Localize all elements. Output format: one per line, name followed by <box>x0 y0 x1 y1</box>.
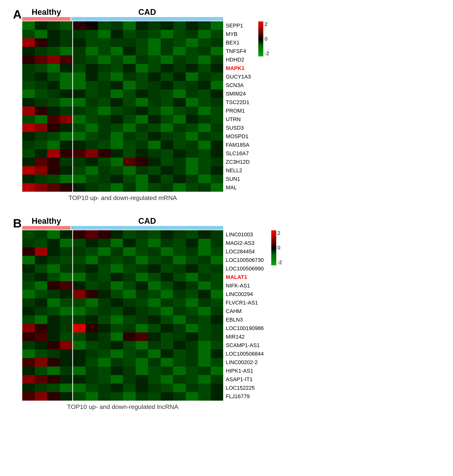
heatmap-cell <box>98 98 111 106</box>
gene-label: CAHM <box>226 307 264 315</box>
heatmap-cell <box>47 332 60 341</box>
heatmap-cell <box>22 315 35 324</box>
heatmap-cell <box>198 375 211 384</box>
heatmap-cell <box>60 106 72 115</box>
heatmap-cell <box>98 230 111 239</box>
panel-a-healthy-bar <box>22 17 71 21</box>
heatmap-cell <box>111 30 123 38</box>
heatmap-cell <box>198 21 211 30</box>
heatmap-cell <box>47 72 60 81</box>
heatmap-cell <box>123 230 136 239</box>
heatmap-cell <box>35 72 48 81</box>
heatmap-cell <box>148 358 161 366</box>
heatmap-cell <box>148 98 161 106</box>
heatmap-cell <box>73 98 86 106</box>
heatmap-cell <box>173 341 186 350</box>
gene-label: SCN3A <box>226 81 251 90</box>
heatmap-cell <box>186 384 198 392</box>
heatmap-cell <box>22 239 35 247</box>
heatmap-cell <box>173 72 186 81</box>
heatmap-cell <box>136 132 148 141</box>
heatmap-cell <box>35 149 48 158</box>
heatmap-cell <box>86 55 98 64</box>
heatmap-cell <box>123 350 136 358</box>
heatmap-cell <box>22 392 35 401</box>
heatmap-cell <box>60 392 72 401</box>
panel-a-cad-bar <box>71 17 223 21</box>
heatmap-cell <box>148 298 161 307</box>
heatmap-cell <box>22 166 35 175</box>
gene-label: FLJ16779 <box>226 392 264 401</box>
heatmap-cell <box>98 392 111 401</box>
heatmap-cell <box>123 64 136 72</box>
heatmap-cell <box>86 132 98 141</box>
heatmap-cell <box>73 366 86 375</box>
heatmap-cell <box>47 124 60 132</box>
heatmap-cell <box>35 324 48 332</box>
heatmap-cell <box>136 392 148 401</box>
heatmap-cell <box>198 239 211 247</box>
gene-label: UTRN <box>226 115 251 124</box>
heatmap-cell <box>161 281 173 290</box>
heatmap-cell <box>123 239 136 247</box>
gene-label: ASAP1-IT1 <box>226 375 264 384</box>
heatmap-cell <box>186 273 198 281</box>
heatmap-cell <box>111 90 123 98</box>
heatmap-cell <box>60 141 72 149</box>
heatmap-cell <box>98 341 111 350</box>
heatmap-cell <box>186 55 198 64</box>
heatmap-cell <box>211 350 223 358</box>
heatmap-cell <box>35 264 48 273</box>
heatmap-cell <box>211 141 223 149</box>
heatmap-cell <box>123 72 136 81</box>
heatmap-cell <box>198 350 211 358</box>
heatmap-cell <box>22 183 35 192</box>
heatmap-cell <box>47 47 60 55</box>
heatmap-cell <box>198 366 211 375</box>
heatmap-cell <box>73 264 86 273</box>
gene-label: FAM185A <box>226 141 251 149</box>
heatmap-cell <box>173 239 186 247</box>
heatmap-cell <box>111 273 123 281</box>
heatmap-cell <box>98 64 111 72</box>
heatmap-cell <box>186 341 198 350</box>
heatmap-cell <box>161 21 173 30</box>
heatmap-cell <box>148 332 161 341</box>
gene-label: EBLN3 <box>226 315 264 324</box>
heatmap-cell <box>186 132 198 141</box>
heatmap-cell <box>173 47 186 55</box>
heatmap-cell <box>173 106 186 115</box>
gene-label: MALAT1 <box>226 273 264 281</box>
heatmap-cell <box>60 55 72 64</box>
heatmap-cell <box>148 64 161 72</box>
heatmap-cell <box>73 30 86 38</box>
heatmap-cell <box>211 307 223 315</box>
heatmap-cell <box>86 332 98 341</box>
heatmap-cell <box>22 358 35 366</box>
heatmap-cell <box>98 38 111 47</box>
panel-a-caption: TOP10 up- and down-regulated mRNA <box>22 194 223 201</box>
heatmap-cell <box>47 324 60 332</box>
heatmap-cell <box>148 132 161 141</box>
heatmap-cell <box>123 307 136 315</box>
heatmap-cell <box>111 47 123 55</box>
heatmap-cell <box>98 281 111 290</box>
heatmap-cell <box>211 106 223 115</box>
heatmap-cell <box>47 307 60 315</box>
heatmap-cell <box>86 98 98 106</box>
gene-label: NIFK-AS1 <box>226 281 264 290</box>
heatmap-cell <box>173 281 186 290</box>
heatmap-cell <box>148 281 161 290</box>
heatmap-cell <box>111 98 123 106</box>
heatmap-cell <box>86 358 98 366</box>
heatmap-cell <box>60 132 72 141</box>
heatmap-cell <box>173 358 186 366</box>
heatmap-b <box>22 230 223 401</box>
heatmap-cell <box>35 384 48 392</box>
heatmap-cell <box>47 115 60 124</box>
legend-b-min: -2 <box>277 260 282 265</box>
heatmap-cell <box>198 30 211 38</box>
heatmap-cell <box>198 392 211 401</box>
heatmap-cell <box>123 175 136 183</box>
heatmap-cell <box>161 55 173 64</box>
